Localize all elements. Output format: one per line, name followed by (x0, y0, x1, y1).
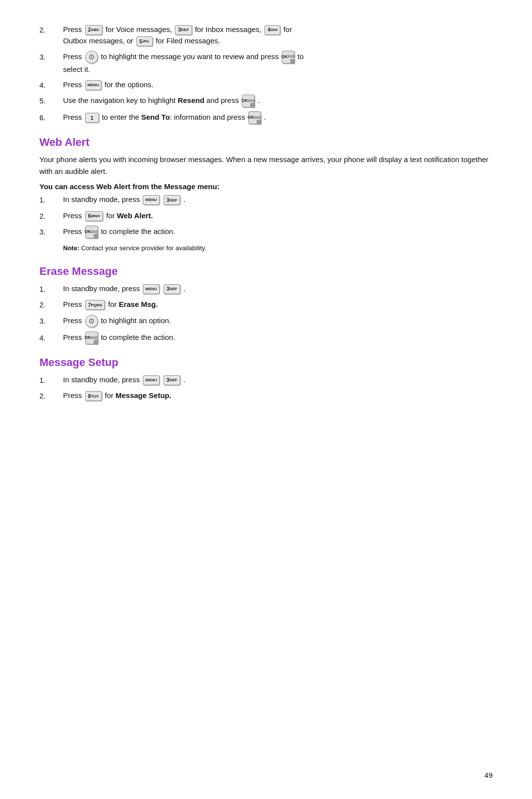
step-6-content: Press 1 to enter the Send To: informatio… (63, 111, 493, 124)
em-nav-key-3: ⊙ (85, 315, 98, 328)
step-4-content: Press MENU for the options. (63, 79, 493, 90)
wa-step-num-2: 2. (39, 210, 63, 222)
ms-step-2-content: Press 8TUV for Message Setup. (63, 390, 493, 401)
ms-standby-1: In standby mode, press (63, 375, 142, 384)
step-4: 4. Press MENU for the options. (39, 79, 493, 91)
web-alert-subheading: You can access Web Alert from the Messag… (39, 182, 493, 191)
press-label-3: Press (63, 52, 84, 61)
em-key-7pqrs: 7PQRS (85, 300, 105, 310)
step-3: 3. Press ⊙ to highlight the message you … (39, 51, 493, 75)
em-highlight-3: to highlight an option. (101, 316, 171, 325)
em-press-3: Press (63, 316, 84, 325)
ms-step-1: 1. In standby mode, press MENU 3DEF . (39, 374, 493, 386)
em-press-2: Press (63, 300, 84, 308)
step-num-4: 4. (39, 79, 63, 91)
em-step-2: 2. Press 7PQRS for Erase Msg. (39, 299, 493, 311)
resend-bold: Resend (178, 96, 204, 104)
em-standby-1: In standby mode, press (63, 284, 142, 293)
step-num-5: 5. (39, 95, 63, 107)
wa-step-1: 1. In standby mode, press MENU 3DEF . (39, 194, 493, 206)
ms-period-1: . (183, 375, 185, 384)
wa-step-2: 2. Press 6MNO for Web Alert. (39, 210, 493, 222)
text-use-nav: Use the navigation key to highlight Rese… (63, 96, 241, 104)
wa-step-2-content: Press 6MNO for Web Alert. (63, 210, 493, 221)
em-step-3-content: Press ⊙ to highlight an option. (63, 315, 493, 328)
continuing-steps-list: 2. Press 2ABC for Voice messages, 3DEF f… (39, 24, 493, 124)
ok-key-5: OKEND (242, 95, 255, 107)
text-filed: for Filed messages. (156, 36, 220, 45)
wa-step-3-content: Press OKEND to complete the action. (63, 226, 493, 238)
em-erase-bold: Erase Msg. (119, 300, 158, 308)
ok-key-3: OKEND (282, 51, 295, 64)
wa-key-3def-1: 3DEF (164, 195, 180, 205)
step-2: 2. Press 2ABC for Voice messages, 3DEF f… (39, 24, 493, 47)
press-label: Press (63, 25, 84, 33)
ms-key-3def-1: 3DEF (164, 375, 180, 385)
em-menu-key-1: MENU (143, 284, 160, 294)
em-press-4: Press (63, 333, 84, 341)
wa-press-2: Press (63, 211, 84, 220)
page-number: 49 (484, 771, 493, 779)
em-step-3: 3. Press ⊙ to highlight an option. (39, 315, 493, 328)
press-label-4: Press (63, 80, 84, 89)
wa-standby-1: In standby mode, press (63, 195, 142, 203)
wa-step-num-1: 1. (39, 194, 63, 206)
press-label-6: Press (63, 113, 84, 121)
period-5: . (258, 96, 260, 104)
menu-key-4: MENU (85, 80, 102, 90)
wa-web-alert-bold: Web Alert. (117, 211, 153, 220)
ms-step-num-1: 1. (39, 374, 63, 386)
key-4ghi: 4GHI (265, 25, 280, 35)
text-options: for the options. (104, 80, 153, 89)
step-5: 5. Use the navigation key to highlight R… (39, 95, 493, 107)
step-num-6: 6. (39, 111, 63, 124)
ms-step-1-content: In standby mode, press MENU 3DEF . (63, 374, 493, 385)
em-step-1-content: In standby mode, press MENU 3DEF . (63, 283, 493, 294)
em-period-1: . (183, 284, 185, 293)
wa-for-2: for Web Alert. (106, 211, 153, 220)
step-5-content: Use the navigation key to highlight Rese… (63, 95, 493, 107)
wa-press-3: Press (63, 227, 84, 235)
em-step-num-4: 4. (39, 332, 63, 344)
text-enter: to enter the Send To: information and pr… (102, 113, 247, 121)
step-num-3: 3. (39, 51, 63, 63)
key-2abc: 2ABC (85, 25, 102, 35)
web-alert-steps: 1. In standby mode, press MENU 3DEF . 2.… (39, 194, 493, 238)
wa-ok-key-3: OKEND (85, 226, 98, 238)
ms-setup-bold: Message Setup. (116, 391, 171, 400)
em-step-2-content: Press 7PQRS for Erase Msg. (63, 299, 493, 310)
ms-step-num-2: 2. (39, 390, 63, 402)
setup-steps: 1. In standby mode, press MENU 3DEF . 2.… (39, 374, 493, 402)
erase-steps: 1. In standby mode, press MENU 3DEF . 2.… (39, 283, 493, 344)
key-3def-1: 3DEF (175, 25, 192, 35)
ms-for-2: for Message Setup. (105, 391, 171, 400)
web-alert-body: Your phone alerts you with incoming brow… (39, 154, 493, 177)
message-setup-section: Message Setup 1. In standby mode, press … (39, 356, 493, 402)
ms-step-2: 2. Press 8TUV for Message Setup. (39, 390, 493, 402)
step-num-2: 2. (39, 24, 63, 36)
wa-menu-key-1: MENU (143, 195, 160, 205)
wa-step-1-content: In standby mode, press MENU 3DEF . (63, 194, 493, 205)
period-6: . (264, 113, 266, 121)
em-step-4: 4. Press OKEND to complete the action. (39, 332, 493, 344)
ok-key-6: OKEND (248, 111, 261, 124)
step-2-content: Press 2ABC for Voice messages, 3DEF for … (63, 24, 493, 47)
web-alert-heading: Web Alert (39, 136, 493, 149)
wa-key-6mno: 6MNO (85, 211, 103, 221)
web-alert-section: Web Alert Your phone alerts you with inc… (39, 136, 493, 253)
ms-press-2: Press (63, 391, 84, 400)
em-step-num-1: 1. (39, 283, 63, 295)
wa-complete-3: to complete the action. (101, 227, 175, 235)
text-inbox: for Inbox messages, (195, 25, 264, 33)
erase-message-section: Erase Message 1. In standby mode, press … (39, 265, 493, 344)
em-ok-key-4: OKEND (85, 332, 98, 344)
key-5jkl: 5JKL (136, 36, 153, 46)
em-step-num-2: 2. (39, 299, 63, 311)
text-voice: for Voice messages, (105, 25, 174, 33)
text-highlight: to highlight the message you want to rev… (101, 52, 281, 61)
web-alert-note: Note: Contact your service provider for … (63, 243, 493, 253)
step-3-content: Press ⊙ to highlight the message you wan… (63, 51, 493, 75)
em-step-1: 1. In standby mode, press MENU 3DEF . (39, 283, 493, 295)
key-1: 1 (85, 113, 99, 123)
ms-key-8tuv: 8TUV (85, 391, 102, 401)
